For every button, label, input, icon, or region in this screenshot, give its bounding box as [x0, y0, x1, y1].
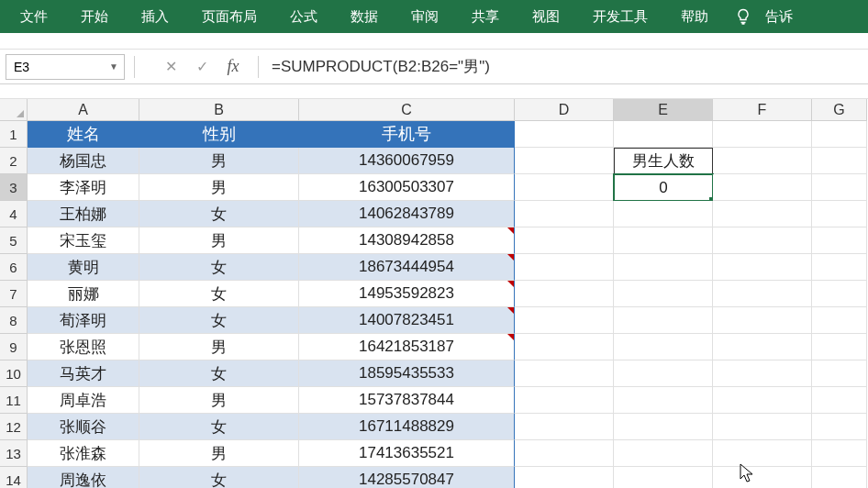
cell[interactable]	[812, 387, 867, 414]
cell[interactable]	[515, 387, 614, 414]
lightbulb-icon[interactable]	[725, 0, 762, 33]
cell[interactable]	[812, 227, 867, 254]
cell[interactable]: 14953592823	[299, 281, 515, 307]
select-all-corner[interactable]	[0, 99, 28, 121]
cell[interactable]	[515, 254, 614, 281]
cell[interactable]: 18673444954	[299, 254, 515, 281]
col-header-B[interactable]: B	[139, 99, 299, 121]
cell[interactable]: 宋玉玺	[28, 227, 139, 254]
cell[interactable]	[614, 334, 713, 360]
tab-share[interactable]: 共享	[455, 0, 516, 33]
cell[interactable]: 14062843789	[299, 201, 515, 227]
cell[interactable]	[614, 281, 713, 307]
cell[interactable]	[713, 307, 812, 334]
cell[interactable]	[812, 307, 867, 334]
table-header-sex[interactable]: 性别	[139, 121, 299, 148]
col-header-E[interactable]: E	[614, 99, 713, 121]
cell[interactable]	[713, 227, 812, 254]
cell[interactable]	[614, 440, 713, 467]
row-header[interactable]: 13	[0, 440, 28, 467]
col-header-D[interactable]: D	[515, 99, 614, 121]
cell[interactable]: 张顺谷	[28, 414, 139, 440]
col-header-G[interactable]: G	[812, 99, 867, 121]
cell[interactable]	[614, 414, 713, 440]
cell[interactable]	[812, 360, 867, 387]
cell[interactable]	[515, 440, 614, 467]
tab-devtools[interactable]: 开发工具	[576, 0, 664, 33]
cell[interactable]: 18595435533	[299, 360, 515, 387]
cell[interactable]: 16300503307	[299, 174, 515, 201]
tab-home[interactable]: 开始	[64, 0, 125, 33]
cell[interactable]: 男	[139, 148, 299, 174]
row-header[interactable]: 5	[0, 227, 28, 254]
cell[interactable]	[515, 281, 614, 307]
cell[interactable]	[614, 387, 713, 414]
cell[interactable]: 杨国忠	[28, 148, 139, 174]
cell[interactable]: 女	[139, 281, 299, 307]
cell[interactable]: 15737837844	[299, 387, 515, 414]
cell[interactable]	[515, 360, 614, 387]
cell[interactable]	[614, 121, 713, 148]
cell[interactable]	[713, 174, 812, 201]
cell[interactable]	[713, 121, 812, 148]
tab-file[interactable]: 文件	[4, 0, 64, 33]
cell[interactable]: 17413635521	[299, 440, 515, 467]
fx-icon[interactable]: fx	[217, 54, 249, 80]
cell[interactable]: 女	[139, 307, 299, 334]
cell[interactable]	[515, 334, 614, 360]
row-header[interactable]: 9	[0, 334, 28, 360]
row-header[interactable]: 2	[0, 148, 28, 174]
cell[interactable]: 男	[139, 174, 299, 201]
cell[interactable]	[713, 467, 812, 488]
cell[interactable]	[713, 414, 812, 440]
cell[interactable]	[812, 414, 867, 440]
tellme[interactable]: 告诉	[762, 0, 798, 33]
cell[interactable]	[614, 467, 713, 488]
cell[interactable]	[614, 227, 713, 254]
cell[interactable]: 周卓浩	[28, 387, 139, 414]
row-header[interactable]: 7	[0, 281, 28, 307]
cell[interactable]	[812, 440, 867, 467]
tab-help[interactable]: 帮助	[664, 0, 725, 33]
cell[interactable]: 张恩照	[28, 334, 139, 360]
row-header[interactable]: 6	[0, 254, 28, 281]
cell[interactable]: 16711488829	[299, 414, 515, 440]
cell[interactable]	[812, 467, 867, 488]
cell[interactable]	[713, 148, 812, 174]
cell[interactable]: 14360067959	[299, 148, 515, 174]
cell[interactable]: 14308942858	[299, 227, 515, 254]
cell[interactable]	[812, 201, 867, 227]
row-header[interactable]: 14	[0, 467, 28, 488]
cell[interactable]	[515, 307, 614, 334]
cell[interactable]: 男	[139, 440, 299, 467]
tab-formulas[interactable]: 公式	[273, 0, 334, 33]
cell[interactable]	[713, 360, 812, 387]
cell[interactable]: 男	[139, 387, 299, 414]
tab-review[interactable]: 审阅	[395, 0, 455, 33]
cell[interactable]	[614, 201, 713, 227]
cell[interactable]	[713, 201, 812, 227]
row-header[interactable]: 1	[0, 121, 28, 148]
cell[interactable]	[812, 174, 867, 201]
col-header-A[interactable]: A	[28, 99, 139, 121]
cell[interactable]	[614, 254, 713, 281]
formula-input[interactable]: =SUMPRODUCT(B2:B26="男")	[268, 54, 868, 80]
name-box-dropdown-icon[interactable]: ▼	[109, 61, 118, 72]
cell[interactable]: 丽娜	[28, 281, 139, 307]
cell[interactable]	[515, 227, 614, 254]
cell[interactable]	[614, 307, 713, 334]
cell[interactable]	[515, 174, 614, 201]
row-header[interactable]: 12	[0, 414, 28, 440]
cell[interactable]: 荀泽明	[28, 307, 139, 334]
cell[interactable]: 14007823451	[299, 307, 515, 334]
cell[interactable]: 马英才	[28, 360, 139, 387]
cell[interactable]: 女	[139, 201, 299, 227]
cell[interactable]: 女	[139, 254, 299, 281]
cell-E3-active[interactable]: 0	[614, 174, 713, 201]
cell[interactable]: 李泽明	[28, 174, 139, 201]
col-header-C[interactable]: C	[299, 99, 515, 121]
cell[interactable]	[713, 281, 812, 307]
row-header[interactable]: 3	[0, 174, 28, 201]
row-header[interactable]: 4	[0, 201, 28, 227]
cell[interactable]	[713, 440, 812, 467]
